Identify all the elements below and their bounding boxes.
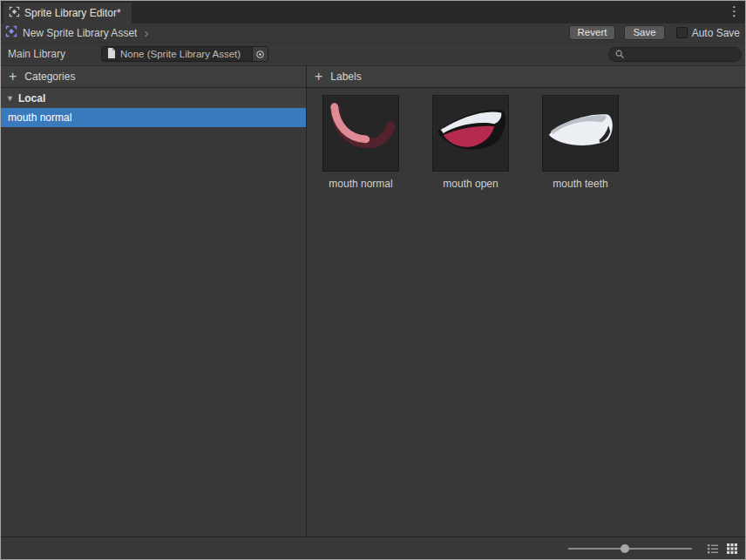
list-view-icon — [707, 543, 719, 555]
categories-header: + Categories — [1, 66, 306, 88]
revert-button[interactable]: Revert — [569, 25, 616, 40]
grid-view-icon — [726, 543, 738, 555]
main-library-label: Main Library — [8, 48, 101, 60]
label-caption: mouth open — [443, 178, 498, 190]
library-toolbar: Main Library None (Sprite Library Asset) — [1, 43, 745, 66]
breadcrumb[interactable]: New Sprite Library Asset — [23, 27, 137, 39]
search-icon — [615, 50, 625, 59]
label-item-mouth-teeth[interactable]: mouth teeth — [541, 95, 620, 190]
auto-save-checkbox[interactable] — [676, 27, 688, 38]
object-picker-button[interactable] — [252, 47, 268, 61]
category-row-label: mouth normal — [8, 111, 71, 124]
labels-grid: mouth normal mouth open — [307, 88, 745, 190]
grid-view-button[interactable] — [725, 542, 738, 555]
thumbnail-zoom-slider[interactable] — [568, 543, 692, 555]
tab-sprite-library-editor[interactable]: Sprite Library Editor* — [3, 3, 132, 24]
sprite-library-asset-icon — [5, 25, 17, 41]
sprite-thumbnail-mouth-open — [432, 95, 509, 172]
category-row-mouth-normal[interactable]: mouth normal — [1, 108, 306, 127]
label-item-mouth-open[interactable]: mouth open — [431, 95, 510, 190]
categories-title: Categories — [24, 71, 75, 83]
chevron-right-icon: › — [144, 28, 148, 38]
labels-header: + Labels — [307, 66, 745, 88]
auto-save-label: Auto Save — [692, 27, 740, 39]
foldout-arrow-icon[interactable]: ▼ — [6, 94, 14, 103]
search-input[interactable] — [628, 49, 735, 59]
save-button[interactable]: Save — [624, 25, 664, 40]
asset-file-icon — [107, 46, 116, 62]
sprite-library-editor-icon — [9, 6, 20, 20]
object-field-content: None (Sprite Library Asset) — [102, 47, 252, 61]
add-category-button[interactable]: + — [9, 71, 17, 83]
content-area: + Categories ▼ Local mouth normal + Labe… — [1, 66, 745, 536]
sprite-thumbnail-mouth-normal — [322, 95, 399, 172]
main-library-object-field[interactable]: None (Sprite Library Asset) — [101, 46, 268, 62]
tab-title: Sprite Library Editor* — [24, 7, 121, 19]
window-menu-icon[interactable]: ⋮ — [728, 3, 740, 19]
object-picker-icon — [255, 50, 265, 59]
label-caption: mouth normal — [329, 178, 392, 190]
breadcrumb-toolbar: New Sprite Library Asset › Revert Save A… — [1, 24, 745, 43]
search-field[interactable] — [608, 47, 742, 62]
category-group-local[interactable]: ▼ Local — [1, 88, 306, 108]
label-item-mouth-normal[interactable]: mouth normal — [322, 95, 400, 190]
labels-title: Labels — [330, 71, 361, 83]
add-label-button[interactable]: + — [315, 71, 322, 83]
sprite-library-editor-window: Sprite Library Editor* ⋮ New Sprite Libr… — [0, 0, 746, 560]
object-field-value: None (Sprite Library Asset) — [120, 49, 241, 59]
list-view-button[interactable] — [706, 542, 719, 555]
labels-pane: + Labels mouth normal — [307, 66, 745, 536]
tab-bar: Sprite Library Editor* ⋮ — [1, 1, 745, 24]
categories-pane: + Categories ▼ Local mouth normal — [1, 66, 306, 536]
slider-knob[interactable] — [621, 544, 629, 553]
toolbar-actions: Revert Save Auto Save — [569, 25, 740, 40]
label-caption: mouth teeth — [553, 178, 607, 190]
bottom-bar — [1, 536, 745, 559]
category-group-label: Local — [18, 92, 45, 105]
slider-track[interactable] — [568, 548, 692, 550]
sprite-thumbnail-mouth-teeth — [542, 95, 619, 172]
